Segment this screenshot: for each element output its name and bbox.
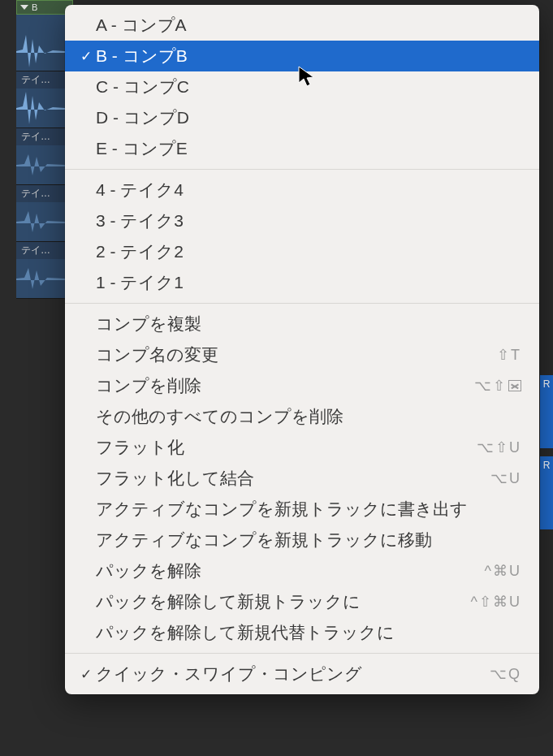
menu-item-label: アクティブなコンプを新規トラックに移動 bbox=[96, 529, 521, 551]
checkmark-icon: ✓ bbox=[76, 48, 96, 65]
shortcut-text: ⌥⇧U bbox=[477, 438, 521, 456]
flatten-merge[interactable]: ✓フラット化して結合⌥U bbox=[65, 463, 539, 494]
unpack-alt-tracks[interactable]: ✓パックを解除して新規代替トラックに bbox=[65, 617, 539, 648]
shortcut-text: ⌥U bbox=[490, 469, 521, 487]
menu-item-label: フラット化して結合 bbox=[96, 467, 490, 490]
menu-item-label: パックを解除 bbox=[96, 559, 485, 582]
menu-item-label: C - コンプC bbox=[96, 76, 521, 98]
comp-item-b[interactable]: ✓B - コンプB bbox=[65, 41, 539, 71]
flatten[interactable]: ✓フラット化⌥⇧U bbox=[65, 432, 539, 463]
quick-swipe-comping-toggle[interactable]: ✓ クイック・スワイプ・コンピング ⌥Q bbox=[65, 659, 539, 689]
delete-other-comps[interactable]: ✓その他のすべてのコンプを削除 bbox=[65, 401, 539, 432]
menu-item-label: パックを解除して新規トラックに bbox=[96, 590, 471, 613]
region-hint: R bbox=[540, 375, 553, 448]
delete-comp[interactable]: ✓コンプを削除⌥⇧ bbox=[65, 370, 539, 401]
shortcut-text: ⌥Q bbox=[490, 665, 521, 683]
export-active-track[interactable]: ✓アクティブなコンプを新規トラックに書き出す bbox=[65, 494, 539, 525]
delete-key-icon bbox=[508, 380, 521, 391]
menu-item-label: 1 - テイク1 bbox=[96, 271, 521, 294]
menu-item-label: A - コンプA bbox=[96, 14, 521, 37]
take-item-3[interactable]: ✓2 - テイク2 bbox=[65, 236, 539, 267]
shortcut-text: ^⌘U bbox=[485, 562, 521, 580]
menu-item-label: D - コンプD bbox=[96, 106, 521, 129]
take-item-4[interactable]: ✓1 - テイク1 bbox=[65, 267, 539, 298]
menu-item-label: コンプ名の変更 bbox=[96, 343, 497, 366]
waveform-icon bbox=[16, 31, 65, 71]
menu-item-label: 3 - テイク3 bbox=[96, 210, 521, 232]
menu-separator bbox=[65, 169, 539, 170]
comp-item-c[interactable]: ✓C - コンプC bbox=[65, 71, 539, 102]
duplicate-comp[interactable]: ✓コンプを複製 bbox=[65, 309, 539, 339]
menu-item-label: アクティブなコンプを新規トラックに書き出す bbox=[96, 498, 521, 521]
menu-item-label: クイック・スワイプ・コンピング bbox=[96, 663, 490, 685]
take-item-2[interactable]: ✓3 - テイク3 bbox=[65, 205, 539, 236]
menu-item-label: フラット化 bbox=[96, 436, 477, 459]
shortcut-text: ⌥⇧ bbox=[474, 377, 521, 395]
menu-item-label: コンプを複製 bbox=[96, 313, 521, 335]
shortcut-text: ^⇧⌘U bbox=[471, 593, 521, 611]
waveform-icon bbox=[16, 258, 65, 299]
shortcut-text: ⇧T bbox=[497, 346, 521, 364]
comp-item-e[interactable]: ✓E - コンプE bbox=[65, 133, 539, 164]
comp-item-d[interactable]: ✓D - コンプD bbox=[65, 102, 539, 133]
menu-item-label: パックを解除して新規代替トラックに bbox=[96, 621, 521, 644]
menu-item-label: 4 - テイク4 bbox=[96, 179, 521, 201]
take-folder-context-menu: ✓A - コンプA✓B - コンプB✓C - コンプC✓D - コンプD✓E -… bbox=[65, 5, 539, 694]
menu-item-label: 2 - テイク2 bbox=[96, 240, 521, 263]
unpack[interactable]: ✓パックを解除^⌘U bbox=[65, 555, 539, 586]
take-item-1[interactable]: ✓4 - テイク4 bbox=[65, 175, 539, 205]
menu-item-label: B - コンプB bbox=[96, 45, 521, 67]
unpack-new-tracks[interactable]: ✓パックを解除して新規トラックに^⇧⌘U bbox=[65, 586, 539, 617]
waveform-icon bbox=[16, 145, 65, 185]
waveform-icon bbox=[16, 88, 65, 128]
rename-comp[interactable]: ✓コンプ名の変更⇧T bbox=[65, 339, 539, 370]
region-hint: R bbox=[540, 456, 553, 529]
take-folder-title: B bbox=[32, 2, 37, 12]
menu-item-label: E - コンプE bbox=[96, 137, 521, 160]
menu-item-label: その他のすべてのコンプを削除 bbox=[96, 405, 521, 428]
menu-separator bbox=[65, 653, 539, 654]
checkmark-icon: ✓ bbox=[76, 666, 96, 683]
move-active-track[interactable]: ✓アクティブなコンプを新規トラックに移動 bbox=[65, 525, 539, 555]
waveform-icon bbox=[16, 201, 65, 242]
disclosure-triangle-icon[interactable] bbox=[20, 5, 28, 10]
menu-item-label: コンプを削除 bbox=[96, 374, 474, 397]
comp-item-a[interactable]: ✓A - コンプA bbox=[65, 10, 539, 41]
menu-separator bbox=[65, 303, 539, 304]
